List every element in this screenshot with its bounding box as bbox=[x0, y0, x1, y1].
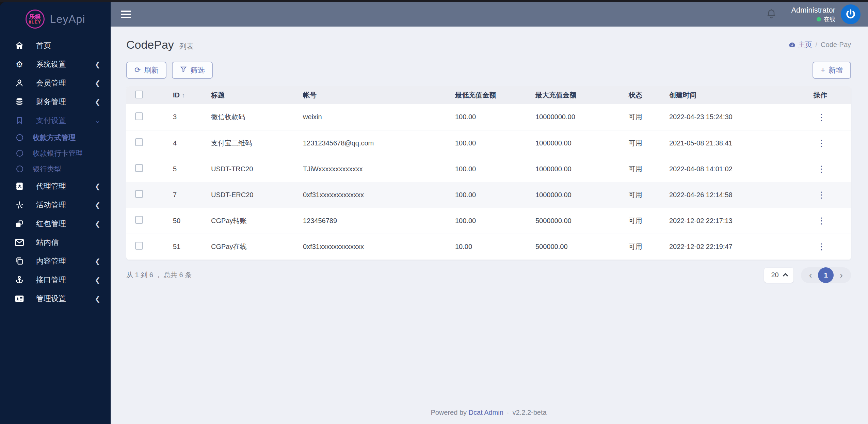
table-row: 4 支付宝二维码 12312345678@qq.com 100.00 10000… bbox=[126, 130, 851, 156]
sort-asc-icon[interactable]: ↑ bbox=[182, 92, 185, 99]
row-actions-menu-icon[interactable]: ⋮ bbox=[814, 111, 829, 123]
column-header-label: 最大充值金额 bbox=[535, 91, 576, 99]
next-page-button[interactable]: › bbox=[835, 271, 848, 280]
table-body: 3 微信收款码 weixin 100.00 10000000.00 可用 202… bbox=[126, 104, 851, 260]
add-button[interactable]: + 新增 bbox=[813, 62, 851, 79]
table-row: 3 微信收款码 weixin 100.00 10000000.00 可用 202… bbox=[126, 104, 851, 130]
cell-min-amount: 100.00 bbox=[455, 156, 535, 182]
bookmark-icon bbox=[14, 116, 25, 125]
boxes-icon bbox=[14, 219, 25, 228]
cell-created: 2022-12-02 22:19:47 bbox=[669, 234, 814, 260]
anchor-icon bbox=[14, 276, 25, 284]
sidebar-subitem-bank-types[interactable]: 银行类型 bbox=[0, 161, 111, 177]
sidebar-item-label: 活动管理 bbox=[36, 200, 66, 210]
pager: ‹ 1 › bbox=[801, 267, 851, 283]
power-icon bbox=[845, 9, 856, 20]
cell-account: 12312345678@qq.com bbox=[303, 130, 455, 156]
refresh-button[interactable]: ⟳ 刷新 bbox=[126, 62, 166, 79]
column-header-id[interactable]: ID↑ bbox=[173, 86, 211, 104]
pagination-summary: 从 1 到 6 ， 总共 6 条 bbox=[126, 270, 192, 280]
asterisk-icon bbox=[14, 201, 25, 209]
cell-account: weixin bbox=[303, 104, 455, 130]
sidebar-toggle-button[interactable] bbox=[121, 11, 131, 18]
row-actions-menu-icon[interactable]: ⋮ bbox=[814, 189, 829, 201]
per-page-select[interactable]: 20 bbox=[764, 268, 793, 283]
row-checkbox[interactable] bbox=[135, 112, 143, 120]
row-checkbox[interactable] bbox=[135, 138, 143, 146]
cell-account: 0xf31xxxxxxxxxxxxx bbox=[303, 234, 455, 260]
row-actions-menu-icon[interactable]: ⋮ bbox=[814, 163, 829, 175]
user-avatar[interactable] bbox=[841, 4, 861, 24]
breadcrumb-current: Code-Pay bbox=[821, 41, 851, 49]
column-header-label: 操作 bbox=[814, 91, 827, 99]
chevron-down-icon: ⌄ bbox=[95, 116, 100, 125]
per-page-value: 20 bbox=[771, 271, 778, 279]
cell-status: 可用 bbox=[629, 156, 669, 182]
cell-min-amount: 10.00 bbox=[455, 234, 535, 260]
cell-account: 123456789 bbox=[303, 208, 455, 234]
row-checkbox[interactable] bbox=[135, 164, 143, 172]
sidebar-item-admin-settings[interactable]: 管理设置 ❮ bbox=[0, 289, 111, 308]
database-icon bbox=[14, 97, 25, 106]
table-row: 7 USDT-ERC20 0xf31xxxxxxxxxxxxx 100.00 1… bbox=[126, 182, 851, 208]
chevron-left-icon: ❮ bbox=[95, 182, 100, 190]
row-actions-menu-icon[interactable]: ⋮ bbox=[814, 215, 829, 226]
column-header-label: 帐号 bbox=[303, 91, 317, 99]
table-row: 50 CGPay转账 123456789 100.00 5000000.00 可… bbox=[126, 208, 851, 234]
gears-icon: ⚙ bbox=[14, 60, 25, 69]
logo[interactable]: 乐娱 8LEY LeyApi bbox=[0, 2, 111, 36]
footer-brand-link[interactable]: Dcat Admin bbox=[469, 409, 503, 416]
page-number-button[interactable]: 1 bbox=[818, 267, 834, 283]
sidebar-item-label: 接口管理 bbox=[36, 275, 66, 285]
row-checkbox[interactable] bbox=[135, 216, 143, 224]
cell-created: 2022-04-08 14:01:02 bbox=[669, 156, 814, 182]
online-status-label: 在线 bbox=[824, 15, 835, 23]
sidebar-item-system-settings[interactable]: ⚙ 系统设置 ❮ bbox=[0, 55, 111, 74]
sidebar-item-red-packets[interactable]: 红包管理 ❮ bbox=[0, 214, 111, 233]
refresh-icon: ⟳ bbox=[134, 66, 141, 75]
sidebar-item-payment-settings[interactable]: 支付设置 ⌄ bbox=[0, 111, 111, 130]
row-actions-menu-icon[interactable]: ⋮ bbox=[814, 137, 829, 149]
sidebar-subitem-label: 银行类型 bbox=[33, 164, 61, 174]
user-status: 在线 bbox=[791, 15, 835, 23]
row-checkbox[interactable] bbox=[135, 190, 143, 198]
sidebar-item-home[interactable]: 首页 bbox=[0, 36, 111, 55]
filter-button[interactable]: 筛选 bbox=[172, 62, 213, 79]
sidebar-item-content[interactable]: 内容管理 ❮ bbox=[0, 252, 111, 270]
select-all-checkbox[interactable] bbox=[135, 91, 143, 98]
cell-title: CGPay在线 bbox=[211, 234, 303, 260]
sidebar-item-agents[interactable]: 代理管理 ❮ bbox=[0, 177, 111, 195]
sidebar-item-label: 内容管理 bbox=[36, 256, 66, 266]
cell-max-amount: 1000000.00 bbox=[535, 156, 629, 182]
cell-min-amount: 100.00 bbox=[455, 182, 535, 208]
cell-max-amount: 10000000.00 bbox=[535, 104, 629, 130]
sidebar-item-messages[interactable]: 站内信 bbox=[0, 233, 111, 252]
row-actions-menu-icon[interactable]: ⋮ bbox=[814, 241, 829, 252]
brand-logo-icon: 乐娱 8LEY bbox=[26, 10, 45, 29]
sidebar-item-label: 财务管理 bbox=[36, 97, 66, 107]
cell-max-amount: 500000.00 bbox=[535, 234, 629, 260]
chevron-up-icon bbox=[783, 273, 788, 279]
cell-title: USDT-ERC20 bbox=[211, 182, 303, 208]
notifications-bell-icon[interactable] bbox=[766, 8, 777, 20]
chevron-left-icon: ❮ bbox=[95, 276, 100, 284]
sidebar-item-api[interactable]: 接口管理 ❮ bbox=[0, 270, 111, 289]
user-icon bbox=[14, 79, 25, 88]
sidebar-item-label: 站内信 bbox=[36, 237, 59, 248]
sidebar-item-members[interactable]: 会员管理 ❮ bbox=[0, 74, 111, 92]
footer-separator: · bbox=[507, 409, 509, 416]
cell-min-amount: 100.00 bbox=[455, 130, 535, 156]
pagination-controls: 20 ‹ 1 › bbox=[764, 267, 851, 283]
page-subtitle: 列表 bbox=[179, 39, 194, 51]
cell-created: 2021-05-08 21:38:41 bbox=[669, 130, 814, 156]
sidebar-item-activities[interactable]: 活动管理 ❮ bbox=[0, 195, 111, 214]
cell-created: 2022-04-26 12:14:58 bbox=[669, 182, 814, 208]
sidebar-item-label: 支付设置 bbox=[36, 115, 66, 126]
prev-page-button[interactable]: ‹ bbox=[804, 271, 817, 280]
data-table: ID↑ 标题 帐号 最低充值金额 最大充值金额 状态 创建时间 操作 3 微信收… bbox=[126, 86, 851, 260]
breadcrumb-home-link[interactable]: 主页 bbox=[788, 40, 812, 49]
sidebar-item-finance[interactable]: 财务管理 ❮ bbox=[0, 92, 111, 111]
row-checkbox[interactable] bbox=[135, 242, 143, 250]
sidebar-subitem-bank-cards[interactable]: 收款银行卡管理 bbox=[0, 145, 111, 161]
sidebar-subitem-payment-methods[interactable]: 收款方式管理 bbox=[0, 130, 111, 145]
